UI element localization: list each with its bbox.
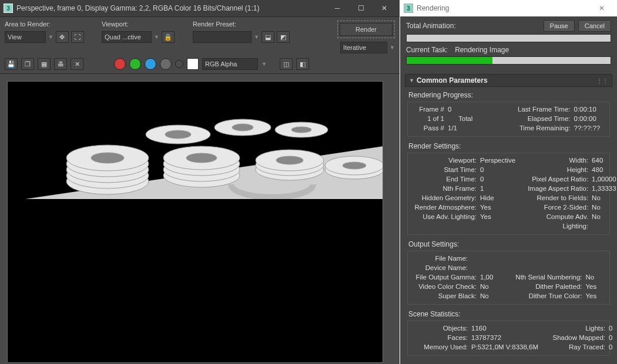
render-button[interactable]: Render bbox=[340, 23, 393, 36]
blue-channel-toggle[interactable] bbox=[145, 58, 156, 70]
chevron-down-icon: ▼ bbox=[390, 45, 395, 50]
toolbar-row-2: 💾 ❐ ▦ 🖶 ✕ RGB Alpha ▼ ◫ ◧ bbox=[0, 56, 400, 74]
render-settings-title: Render Settings: bbox=[405, 140, 612, 151]
close-button[interactable]: ✕ bbox=[590, 0, 613, 16]
svg-point-6 bbox=[232, 124, 253, 131]
progress-area: Total Animation: Pause Cancel Current Ta… bbox=[400, 16, 617, 70]
toolbar-row-1: Area to Render: View ▼ ✥ ⛶ Viewport: Qua… bbox=[0, 16, 400, 56]
svg-point-14 bbox=[91, 153, 124, 163]
clone-icon[interactable]: ▦ bbox=[38, 58, 51, 70]
window-title: Rendering bbox=[417, 4, 449, 12]
preset-select[interactable] bbox=[193, 31, 252, 43]
viewport-label: Viewport: bbox=[102, 21, 187, 28]
minimize-button[interactable]: ─ bbox=[326, 0, 349, 16]
close-button[interactable]: ✕ bbox=[373, 0, 396, 16]
channel-display-select[interactable]: RGB Alpha bbox=[202, 58, 258, 70]
render-area bbox=[0, 74, 400, 364]
overlay-a-icon[interactable]: ◫ bbox=[280, 58, 293, 70]
current-progress-bar bbox=[406, 56, 611, 65]
output-settings-group: File Name: Device Name: File Output Gamm… bbox=[407, 251, 610, 305]
red-channel-toggle[interactable] bbox=[114, 58, 126, 70]
chevron-down-icon: ▼ bbox=[48, 34, 53, 40]
crop-icon[interactable]: ⛶ bbox=[71, 31, 84, 43]
render-frame-window: 3 Perspective, frame 0, Display Gamma: 2… bbox=[0, 0, 400, 364]
svg-point-23 bbox=[276, 156, 303, 164]
area-select[interactable]: View bbox=[5, 31, 46, 43]
current-task-label: Current Task: bbox=[406, 46, 448, 54]
green-channel-toggle[interactable] bbox=[129, 58, 141, 70]
titlebar[interactable]: 3 Rendering ✕ bbox=[400, 0, 617, 16]
scene-stats-title: Scene Statistics: bbox=[405, 308, 612, 319]
bg-swatch[interactable] bbox=[187, 58, 199, 70]
chevron-down-icon: ▼ bbox=[154, 34, 159, 40]
current-task-value: Rendering Image bbox=[455, 46, 509, 54]
chevron-down-icon: ▼ bbox=[409, 77, 414, 83]
rendering-progress-title: Rendering Progress: bbox=[405, 89, 612, 100]
region-icon[interactable]: ✥ bbox=[56, 31, 69, 43]
rendering-progress-group: Frame #0 1 of 1Total Pass #1/1 Last Fram… bbox=[407, 102, 610, 137]
scene-stats-group: Objects:1160 Faces:13787372 Memory Used:… bbox=[407, 321, 610, 356]
rollout-title: Common Parameters bbox=[417, 76, 488, 85]
svg-point-4 bbox=[165, 130, 191, 139]
chevron-down-icon: ▼ bbox=[261, 61, 267, 67]
alpha-channel-toggle[interactable] bbox=[160, 58, 172, 70]
svg-point-8 bbox=[291, 127, 311, 133]
output-settings-title: Output Settings: bbox=[405, 238, 612, 250]
clear-icon[interactable]: ✕ bbox=[71, 58, 83, 70]
total-animation-label: Total Animation: bbox=[406, 22, 540, 30]
area-to-render-label: Area to Render: bbox=[5, 21, 96, 28]
render-button-frame: Render bbox=[337, 21, 395, 38]
svg-point-26 bbox=[343, 162, 366, 169]
print-icon[interactable]: 🖶 bbox=[54, 58, 67, 70]
drag-handle-icon[interactable]: ⋮⋮ bbox=[596, 77, 608, 84]
cancel-button[interactable]: Cancel bbox=[578, 20, 611, 32]
lock-icon[interactable]: 🔒 bbox=[162, 31, 175, 43]
rendering-progress-window: 3 Rendering ✕ Total Animation: Pause Can… bbox=[400, 0, 617, 364]
svg-rect-27 bbox=[8, 199, 383, 363]
preset-add-icon[interactable]: ⬓ bbox=[261, 31, 274, 43]
mono-toggle[interactable] bbox=[175, 60, 183, 68]
rollout-header[interactable]: ▼ Common Parameters ⋮⋮ bbox=[405, 74, 612, 87]
window-title: Perspective, frame 0, Display Gamma: 2,2… bbox=[16, 4, 260, 12]
save-icon[interactable]: 💾 bbox=[5, 58, 18, 70]
app-icon: 3 bbox=[4, 4, 13, 13]
overlay-b-icon[interactable]: ◧ bbox=[296, 58, 309, 70]
common-parameters-rollout: ▼ Common Parameters ⋮⋮ Rendering Progres… bbox=[405, 74, 612, 362]
renderer-mode-select[interactable]: Iterative bbox=[340, 42, 387, 53]
pause-button[interactable]: Pause bbox=[544, 20, 575, 32]
render-canvas bbox=[7, 81, 383, 363]
titlebar[interactable]: 3 Perspective, frame 0, Display Gamma: 2… bbox=[0, 0, 400, 16]
copy-icon[interactable]: ❐ bbox=[21, 58, 34, 70]
maximize-button[interactable]: ☐ bbox=[349, 0, 373, 16]
render-preset-label: Render Preset: bbox=[193, 21, 293, 28]
viewport-select[interactable]: Quad ...ctive bbox=[102, 31, 152, 43]
parameters-scroll[interactable]: ▼ Common Parameters ⋮⋮ Rendering Progres… bbox=[400, 70, 617, 364]
app-icon: 3 bbox=[404, 4, 413, 13]
total-progress-bar bbox=[406, 34, 611, 42]
render-settings-group: Viewport:Perspective Start Time:0 End Ti… bbox=[407, 153, 610, 235]
preset-settings-icon[interactable]: ◩ bbox=[277, 31, 290, 43]
chevron-down-icon: ▼ bbox=[254, 34, 259, 40]
svg-point-19 bbox=[186, 153, 217, 163]
